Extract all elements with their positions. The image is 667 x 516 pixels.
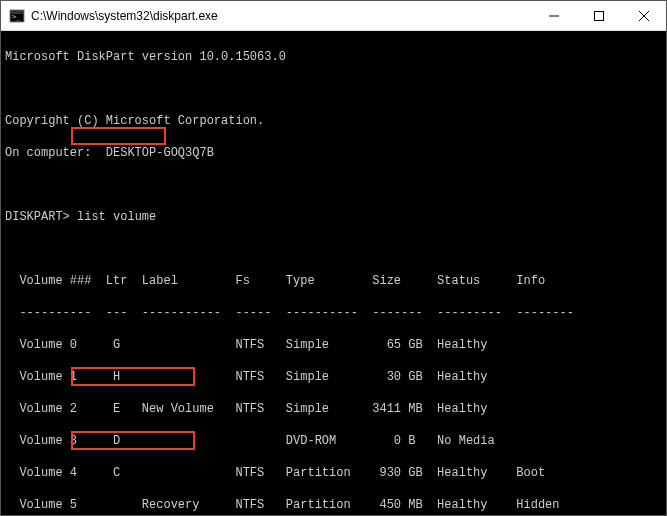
version-line: Microsoft DiskPart version 10.0.15063.0 xyxy=(5,49,662,65)
blank-line xyxy=(5,81,662,97)
svg-text:>_: >_ xyxy=(12,13,21,21)
minimize-button[interactable] xyxy=(531,1,576,30)
table-row: Volume 0 G NTFS Simple 65 GB Healthy xyxy=(5,337,662,353)
maximize-button[interactable] xyxy=(576,1,621,30)
command-list-volume: list volume xyxy=(77,210,156,224)
close-button[interactable] xyxy=(621,1,666,30)
window-title: C:\Windows\system32\diskpart.exe xyxy=(31,9,531,23)
window: >_ C:\Windows\system32\diskpart.exe Micr… xyxy=(0,0,667,516)
svg-rect-4 xyxy=(594,11,603,20)
terminal-output[interactable]: Microsoft DiskPart version 10.0.15063.0 … xyxy=(1,31,666,515)
table-row: Volume 2 E New Volume NTFS Simple 3411 M… xyxy=(5,401,662,417)
table-row: Volume 3 D DVD-ROM 0 B No Media xyxy=(5,433,662,449)
table-header: Volume ### Ltr Label Fs Type Size Status… xyxy=(5,273,662,289)
prompt-line-list: DISKPART> list volume xyxy=(5,209,662,225)
table-row: Volume 1 H NTFS Simple 30 GB Healthy xyxy=(5,369,662,385)
copyright-line: Copyright (C) Microsoft Corporation. xyxy=(5,113,662,129)
window-controls xyxy=(531,1,666,30)
blank-line xyxy=(5,241,662,257)
app-icon: >_ xyxy=(9,8,25,24)
table-row: Volume 4 C NTFS Partition 930 GB Healthy… xyxy=(5,465,662,481)
prompt: DISKPART> xyxy=(5,210,70,224)
computer-line: On computer: DESKTOP-GOQ3Q7B xyxy=(5,145,662,161)
highlight-box xyxy=(71,127,166,145)
titlebar[interactable]: >_ C:\Windows\system32\diskpart.exe xyxy=(1,1,666,31)
blank-line xyxy=(5,177,662,193)
table-row: Volume 5 Recovery NTFS Partition 450 MB … xyxy=(5,497,662,513)
table-divider: ---------- --- ----------- ----- -------… xyxy=(5,305,662,321)
